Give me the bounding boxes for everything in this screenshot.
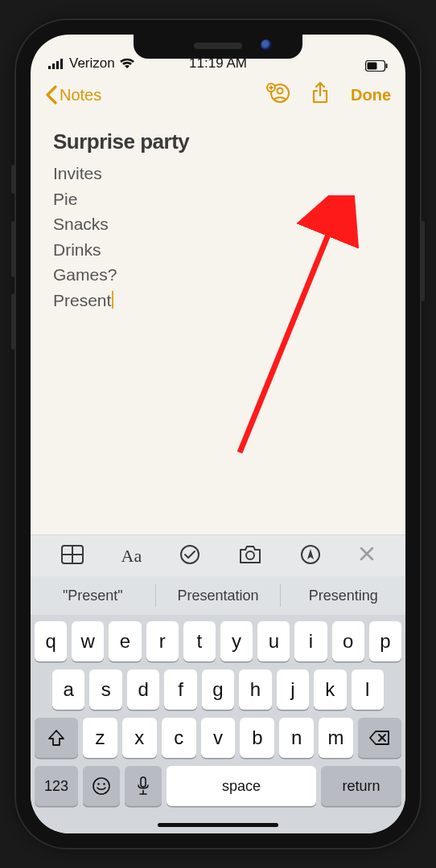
key-e[interactable]: e [109, 621, 141, 661]
key-h[interactable]: h [239, 669, 271, 710]
nav-bar: Notes Done [31, 75, 405, 115]
space-key[interactable]: space [167, 766, 316, 806]
svg-rect-28 [141, 777, 146, 787]
done-button[interactable]: Done [351, 86, 391, 104]
wifi-icon [120, 58, 134, 69]
svg-rect-6 [368, 63, 377, 70]
key-o[interactable]: o [332, 621, 364, 661]
key-b[interactable]: b [240, 718, 274, 758]
emoji-icon [92, 776, 111, 796]
carrier-label: Verizon [69, 55, 115, 72]
return-key[interactable]: return [321, 766, 401, 806]
key-r[interactable]: r [146, 621, 179, 661]
svg-rect-1 [52, 63, 55, 69]
text-format-button[interactable]: Aa [121, 546, 142, 567]
svg-rect-0 [48, 66, 51, 69]
close-icon [359, 546, 375, 562]
svg-rect-5 [386, 63, 388, 68]
toolbar-close-button[interactable] [359, 546, 375, 567]
suggestion[interactable]: Presenting [281, 576, 405, 615]
note-editor[interactable]: Surprise party Invites Pie Snacks Drinks… [31, 115, 405, 534]
keyboard-row: z x c v b n m [35, 718, 401, 758]
camera-button[interactable] [238, 545, 262, 567]
note-line[interactable]: Games? [53, 262, 383, 288]
key-c[interactable]: c [162, 718, 196, 758]
shift-key[interactable] [35, 718, 78, 758]
svg-point-18 [181, 546, 199, 563]
key-l[interactable]: l [352, 669, 384, 710]
key-y[interactable]: y [220, 621, 253, 661]
text-cursor [112, 291, 113, 309]
note-line[interactable]: Pie [53, 186, 383, 212]
key-k[interactable]: k [314, 669, 346, 710]
key-i[interactable]: i [294, 621, 327, 661]
key-a[interactable]: a [52, 669, 84, 710]
svg-point-27 [103, 783, 105, 785]
key-q[interactable]: q [35, 621, 67, 661]
dictation-key[interactable] [125, 766, 162, 806]
camera-icon [238, 545, 262, 564]
backspace-key[interactable] [358, 718, 401, 758]
back-button[interactable]: Notes [45, 85, 101, 104]
svg-rect-2 [56, 61, 59, 69]
keyboard: q w e r t y u i o p a s d f g h j k l [31, 615, 405, 816]
svg-rect-3 [60, 59, 63, 69]
key-w[interactable]: w [72, 621, 104, 661]
suggestion[interactable]: "Present" [31, 576, 155, 615]
numbers-key[interactable]: 123 [35, 766, 78, 806]
keyboard-row: a s d f g h j k l [35, 669, 401, 710]
note-title[interactable]: Surprise party [53, 129, 383, 154]
suggestion[interactable]: Presentation [156, 576, 281, 615]
key-g[interactable]: g [202, 669, 234, 710]
add-person-button[interactable] [265, 83, 290, 107]
home-indicator[interactable] [31, 816, 405, 833]
checklist-button[interactable] [179, 544, 200, 568]
keyboard-suggestions: "Present" Presentation Presenting [31, 576, 405, 615]
check-circle-icon [179, 544, 200, 565]
mic-icon [137, 776, 150, 796]
svg-point-19 [246, 551, 254, 559]
key-z[interactable]: z [83, 718, 117, 758]
table-icon [61, 545, 84, 564]
note-line[interactable]: Invites [53, 161, 383, 186]
note-line[interactable]: Drinks [53, 237, 383, 263]
svg-point-26 [97, 783, 100, 785]
emoji-key[interactable] [83, 766, 120, 806]
notes-format-toolbar: Aa [31, 534, 405, 576]
chevron-left-icon [45, 85, 58, 104]
key-t[interactable]: t [183, 621, 216, 661]
keyboard-row: q w e r t y u i o p [35, 621, 401, 661]
svg-point-25 [93, 778, 109, 794]
key-s[interactable]: s [89, 669, 121, 710]
note-line[interactable]: Snacks [53, 211, 383, 237]
share-icon [311, 81, 330, 105]
key-m[interactable]: m [319, 718, 353, 758]
pen-circle-icon [300, 544, 321, 565]
key-j[interactable]: j [277, 669, 309, 710]
key-d[interactable]: d [127, 669, 159, 710]
key-x[interactable]: x [122, 718, 157, 758]
key-f[interactable]: f [164, 669, 196, 710]
key-v[interactable]: v [201, 718, 236, 758]
key-p[interactable]: p [369, 621, 401, 661]
cell-signal-icon [48, 58, 64, 69]
note-line[interactable]: Present [53, 288, 383, 313]
key-n[interactable]: n [279, 718, 314, 758]
shift-icon [47, 729, 65, 747]
back-label: Notes [60, 86, 101, 104]
table-button[interactable] [61, 545, 84, 567]
markup-button[interactable] [300, 544, 321, 568]
add-person-icon [265, 83, 290, 104]
backspace-icon [369, 730, 390, 746]
key-u[interactable]: u [257, 621, 290, 661]
svg-point-8 [278, 88, 283, 94]
share-button[interactable] [311, 81, 330, 108]
keyboard-row: 123 space return [35, 766, 401, 806]
battery-icon [365, 60, 388, 72]
